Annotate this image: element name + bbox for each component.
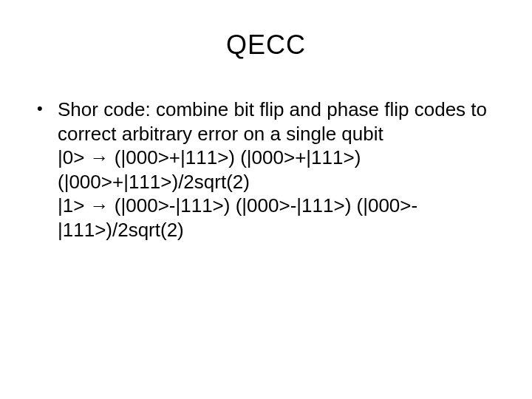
equation-line-1: |0> → (|000>+|111>) (|000>+|111>) (|000>… xyxy=(37,146,495,194)
bullet-mark: • xyxy=(37,98,58,120)
slide: QECC • Shor code: combine bit flip and p… xyxy=(0,0,532,399)
slide-body: • Shor code: combine bit flip and phase … xyxy=(37,98,495,242)
equation-line-2: |1> → (|000>-|111>) (|000>-|111>) (|000>… xyxy=(37,194,495,242)
slide-title: QECC xyxy=(37,30,495,61)
bullet-text: Shor code: combine bit flip and phase fl… xyxy=(58,98,495,146)
bullet-item: • Shor code: combine bit flip and phase … xyxy=(37,98,495,146)
